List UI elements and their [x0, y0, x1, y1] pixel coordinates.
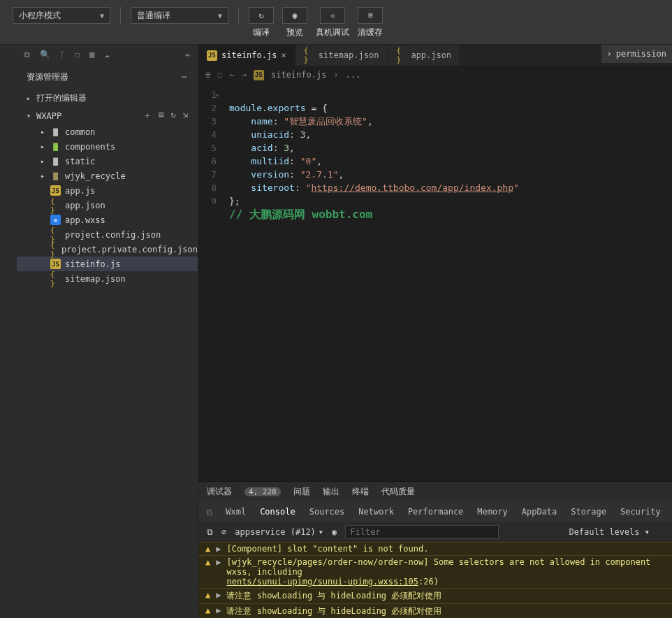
- ic-json-icon: { }: [50, 229, 61, 240]
- clear-icon[interactable]: ⊘: [221, 527, 226, 537]
- editor-tab[interactable]: { }sitemap.json: [295, 45, 388, 66]
- debugger-panel: 调试器 4, 228 问题 输出 终端 代码质量 ◰ WxmlConsoleSo…: [198, 481, 672, 618]
- file-icon: { }: [396, 50, 407, 61]
- permission-pill[interactable]: › permission: [601, 45, 672, 63]
- forward-icon[interactable]: →: [242, 70, 247, 80]
- tree-item-label: app.wxss: [65, 215, 105, 225]
- toolbar-label: 真机调试: [316, 27, 349, 38]
- collapse-icon[interactable]: ⇤: [186, 50, 191, 59]
- file-item[interactable]: { }project.config.json: [17, 227, 198, 242]
- open-editors-section[interactable]: ▸ 打开的编辑器: [17, 89, 198, 107]
- file-item[interactable]: { }app.json: [17, 198, 198, 213]
- toolbar-编译-button[interactable]: ↻: [249, 7, 274, 24]
- new-folder-icon[interactable]: ⊞: [159, 110, 163, 122]
- toolbar-清缓存-button[interactable]: ≋: [358, 7, 383, 24]
- devtool-security[interactable]: Security: [620, 507, 661, 517]
- refresh-icon[interactable]: ↻: [171, 110, 176, 122]
- tab-debugger[interactable]: 调试器: [207, 486, 232, 498]
- chevron-right-icon: ▸: [41, 157, 46, 165]
- log-message: [wjyk_recycle/pages/order-now/order-now]…: [226, 557, 665, 587]
- tree-item-label: project.private.config.json: [61, 245, 198, 254]
- folder-item[interactable]: ▸▇wjyk_recycle: [17, 168, 198, 183]
- toolbar-预览-button[interactable]: ◉: [282, 7, 307, 24]
- console-log[interactable]: ▲▶[Component] slot "content" is not foun…: [198, 542, 672, 555]
- devtool-sources[interactable]: Sources: [309, 507, 345, 517]
- more-icon[interactable]: ⋯: [182, 72, 188, 82]
- console-log[interactable]: ▲▶[wjyk_recycle/pages/order-now/order-no…: [198, 555, 672, 588]
- devtool-storage[interactable]: Storage: [571, 507, 606, 517]
- devtool-network[interactable]: Network: [358, 507, 394, 517]
- devtool-memory[interactable]: Memory: [477, 507, 507, 517]
- tree-item-label: app.json: [65, 201, 105, 210]
- branch-icon[interactable]: ᚶ: [60, 50, 65, 59]
- mode-dropdown[interactable]: 小程序模式 ▼: [13, 7, 110, 24]
- devtool-appdata[interactable]: AppData: [522, 507, 557, 517]
- file-icon: { }: [304, 50, 314, 61]
- search-icon[interactable]: 🔍: [40, 50, 50, 59]
- tab-label: app.json: [411, 50, 451, 60]
- mode-label: 小程序模式: [19, 10, 61, 22]
- toolbar-label: 预览: [286, 27, 303, 38]
- file-item[interactable]: JSsiteinfo.js: [17, 257, 198, 271]
- file-item[interactable]: ≡app.wxss: [17, 213, 198, 227]
- file-item[interactable]: JSapp.js: [17, 183, 198, 198]
- compile-label: 普通编译: [137, 10, 170, 22]
- levels-dropdown[interactable]: Default levels ▾: [569, 527, 650, 537]
- bookmark-icon[interactable]: ☐: [217, 70, 222, 80]
- inspect-icon[interactable]: ◰: [207, 507, 212, 517]
- devtools-row: ◰ WxmlConsoleSourcesNetworkPerformanceMe…: [198, 501, 672, 522]
- chevron-right-icon: ›: [607, 49, 612, 59]
- compile-dropdown[interactable]: 普通编译 ▼: [131, 7, 228, 24]
- tab-output[interactable]: 输出: [323, 486, 339, 498]
- project-section[interactable]: ▾ WXAPP ＋ ⊞ ↻ ⇲: [17, 107, 198, 124]
- chevron-right-icon: ▸: [27, 94, 32, 102]
- warning-icon: ▲: [205, 590, 210, 602]
- folder-item[interactable]: ▸▇common: [17, 124, 198, 139]
- eye-icon[interactable]: ◉: [332, 527, 337, 537]
- fold-icon[interactable]: ⌄: [215, 89, 219, 97]
- editor-area: JSsiteinfo.js×{ }sitemap.json{ }app.json…: [198, 45, 672, 618]
- file-item[interactable]: { }project.private.config.json: [17, 242, 198, 257]
- file-item[interactable]: { }sitemap.json: [17, 271, 198, 286]
- expand-icon: ▶: [216, 544, 221, 554]
- folder-item[interactable]: ▸▇components: [17, 139, 198, 154]
- file-icon: JS: [207, 50, 217, 61]
- tree-item-label: app.js: [65, 186, 95, 196]
- tab-quality[interactable]: 代码质量: [381, 486, 415, 498]
- devtool-console[interactable]: Console: [260, 507, 295, 517]
- folder-item[interactable]: ▸▇static: [17, 154, 198, 168]
- console-log[interactable]: ▲▶请注意 showLoading 与 hideLoading 必须配对使用: [198, 603, 672, 618]
- ic-json-icon: { }: [50, 244, 57, 254]
- editor-tab[interactable]: JSsiteinfo.js×: [198, 45, 295, 66]
- list-icon[interactable]: ≣: [205, 70, 210, 80]
- new-file-icon[interactable]: ＋: [143, 110, 152, 122]
- ic-js-icon: JS: [50, 185, 61, 196]
- box-icon[interactable]: ☐: [75, 50, 80, 59]
- activity-bar: [0, 45, 17, 618]
- toolbar-真机调试-button[interactable]: ⟐: [320, 7, 345, 24]
- sidebar-toggle-icon[interactable]: ⧉: [207, 527, 213, 537]
- close-icon[interactable]: ×: [281, 50, 286, 60]
- console-log-list: ▲▶[Component] slot "content" is not foun…: [198, 542, 672, 618]
- filter-input[interactable]: [345, 525, 499, 539]
- devtool-performance[interactable]: Performance: [408, 507, 463, 517]
- cloud-icon[interactable]: ☁: [104, 50, 109, 59]
- back-icon[interactable]: ←: [229, 70, 234, 80]
- warning-icon: ▲: [205, 557, 210, 587]
- console-log[interactable]: ▲▶请注意 showLoading 与 hideLoading 必须配对使用: [198, 588, 672, 603]
- log-message: [Component] slot "content" is not found.: [226, 544, 428, 554]
- devtool-wxml[interactable]: Wxml: [226, 507, 246, 517]
- tab-problems[interactable]: 问题: [293, 486, 310, 498]
- layout-icon[interactable]: ▦: [89, 50, 94, 59]
- files-icon[interactable]: ⧉: [24, 50, 30, 59]
- toolbar-label: 编译: [253, 27, 270, 38]
- editor-tab[interactable]: { }app.json: [388, 45, 460, 66]
- side-icon-row: ⧉ 🔍 ᚶ ☐ ▦ ☁ ⇤: [17, 45, 198, 64]
- ic-json-icon: { }: [50, 200, 61, 210]
- explorer-title: 资源管理器: [27, 71, 68, 83]
- expand-icon: ▶: [216, 605, 221, 617]
- code-editor[interactable]: ⌄ 123456789 module.exports = { name: "智慧…: [198, 84, 672, 481]
- tab-terminal[interactable]: 终端: [352, 486, 369, 498]
- scope-dropdown[interactable]: appservice (#12) ▾: [235, 527, 323, 537]
- collapse-all-icon[interactable]: ⇲: [183, 110, 188, 122]
